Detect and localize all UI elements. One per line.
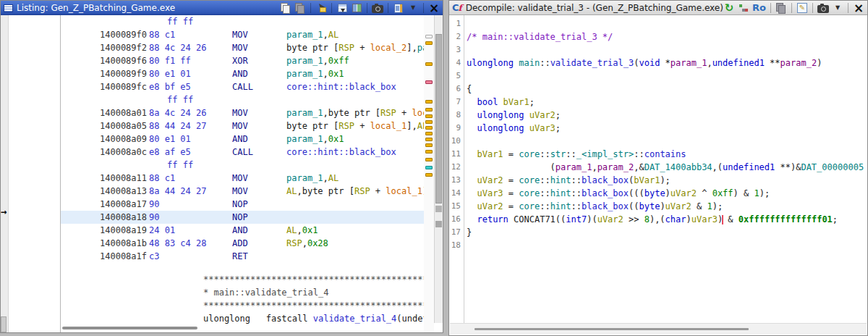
function-signature-line[interactable]: ulonglong fastcall validate_trial_4(unde… (203, 312, 424, 325)
copy-icon[interactable] (775, 2, 787, 14)
snapshot-camera-icon[interactable] (817, 2, 829, 14)
decompile-line[interactable]: 2/* main::validate_trial_3 */ (450, 30, 867, 43)
toolbar-separator (791, 3, 792, 13)
rename-ro-icon[interactable]: Ro (752, 2, 766, 14)
snapshot-camera-icon[interactable] (372, 2, 383, 14)
scroll-marker-yellow[interactable] (425, 158, 433, 161)
code-text: ulonglong uVar2; (467, 109, 561, 122)
decompile-line[interactable]: 9 ulonglong uVar3; (450, 122, 867, 135)
bytes-field: c3 (149, 250, 159, 263)
address-field: 140008a09 (100, 133, 147, 146)
call-graph-icon[interactable] (738, 2, 749, 14)
toolbar-separator (388, 3, 388, 13)
menu-arrow-icon[interactable]: ▼ (832, 2, 843, 14)
decompile-line[interactable]: 4ulonglong main::validate_trial_3(void *… (450, 56, 867, 70)
listing-row[interactable]: 140008a0980 e1 01ANDparam_1,0x1 (61, 133, 430, 146)
listing-row[interactable]: 140008a1fc3RET (61, 250, 430, 263)
scroll-marker-white[interactable] (425, 35, 433, 38)
scroll-marker-yellow[interactable] (425, 62, 433, 66)
refresh-icon[interactable]: ↻ (723, 2, 735, 14)
mnemonic-field: ADD (232, 237, 248, 250)
listing-row[interactable]: 140008a1188 c1MOVparam_1,AL (61, 172, 430, 185)
scroll-marker-yellow[interactable] (425, 100, 433, 104)
code-text: { (467, 83, 472, 96)
code-text: bool bVar1; (467, 96, 535, 109)
operands-field: param_1,AL (286, 172, 339, 185)
listing-continuation-row[interactable]: ff ff (61, 15, 430, 28)
edit-pencil-icon[interactable]: ✎ (796, 2, 808, 14)
address-field: 1400089f2 (100, 41, 147, 54)
listing-format-icon[interactable] (393, 2, 404, 14)
decompile-line[interactable]: 6{ (450, 83, 867, 96)
listing-row[interactable]: 1400089f288 4c 24 26MOVbyte ptr [RSP + l… (61, 41, 430, 54)
listing-row[interactable]: 140008a018a 4c 24 26MOVparam_1,byte ptr … (61, 106, 430, 119)
decompile-line[interactable]: 14 uVar3 = core::hint::black_box(((byte)… (450, 187, 867, 200)
listing-row[interactable]: 140008a1b48 83 c4 28ADDRSP,0x28 (61, 237, 430, 250)
listing-row[interactable]: 1400089f980 e1 01ANDparam_1,0x1 (61, 67, 430, 80)
listing-row[interactable]: 140008a138a 44 24 27MOVAL,byte ptr [RSP … (61, 185, 430, 198)
decompile-line[interactable]: 16 return CONCAT71((int7)(uVar2 >> 8),(c… (450, 213, 867, 226)
scroll-marker-yellow[interactable] (425, 114, 433, 118)
table-down-icon[interactable] (336, 2, 348, 14)
horizontal-scroll-thumb[interactable] (475, 328, 749, 330)
scroll-marker-yellow[interactable] (425, 108, 433, 112)
listing-vertical-scrollbar[interactable] (434, 15, 443, 323)
listing-row[interactable]: 140008a0588 44 24 27MOVbyte ptr [RSP + l… (61, 119, 430, 133)
scroll-marker-yellow[interactable] (425, 132, 433, 135)
decompile-horizontal-scrollbar[interactable] (450, 323, 867, 335)
scroll-marker-yellow[interactable] (425, 126, 433, 130)
scroll-marker-cyan[interactable] (425, 166, 433, 169)
scroll-marker-yellow[interactable] (425, 143, 433, 147)
diff-view-icon[interactable] (351, 2, 362, 14)
decompile-line[interactable]: 15 uVar2 = core::hint::black_box((byte)u… (450, 200, 867, 213)
listing-row[interactable]: 1400089fce8 bf e5CALLcore::hint::black_b… (61, 80, 430, 93)
listing-row[interactable]: 140008a1790NOP (61, 198, 430, 211)
listing-doc-icon (4, 4, 13, 12)
decompile-line[interactable]: 13 uVar2 = core::hint::black_box(bVar1); (450, 174, 867, 187)
decompile-line[interactable]: 3 (450, 43, 867, 56)
listing-row[interactable]: 1400089f680 f1 ffXORparam_1,0xff (61, 54, 430, 67)
decompile-line[interactable]: 18 (450, 239, 867, 252)
line-number: 10 (450, 135, 461, 148)
decompile-line[interactable]: 10 (450, 135, 867, 148)
line-number: 18 (450, 239, 461, 252)
code-text: ulonglong main::validate_trial_3(void *p… (467, 56, 822, 70)
bytes-field: 48 83 c4 28 (149, 237, 206, 250)
decompiler-cf-icon: Cf (452, 2, 462, 13)
close-icon[interactable]: × (428, 2, 440, 14)
listing-continuation-row[interactable]: ff ff (61, 93, 430, 106)
decompile-titlebar[interactable]: Cf Decompile: validate_trial_3 - (Gen_Z_… (449, 1, 867, 15)
decompile-line[interactable]: 17} (450, 226, 867, 239)
mnemonic-field: MOV (232, 41, 248, 54)
scroll-marker-yellow[interactable] (425, 138, 433, 141)
decompile-line[interactable]: 11 bVar1 = core::str::_<impl_str>::conta… (450, 148, 867, 161)
operands-field: param_1,byte ptr [RSP + loc (286, 106, 427, 119)
listing-continuation-row[interactable]: ff ff (61, 159, 430, 172)
decompile-line[interactable]: 8 ulonglong uVar2; (450, 109, 867, 122)
vertical-scroll-thumb[interactable] (435, 34, 442, 203)
bytes-field: 8a 4c 24 26 (149, 106, 206, 119)
paste-icon[interactable] (294, 2, 306, 14)
scroll-marker-yellow[interactable] (425, 173, 433, 177)
listing-titlebar[interactable]: Listing: Gen_Z_PBatching_Game.exe ▼ × (1, 1, 443, 15)
listing-horizontal-scrollbar[interactable] (62, 327, 197, 329)
copy-icon[interactable] (280, 2, 292, 14)
cursor-select-icon[interactable] (315, 2, 327, 14)
decompile-line[interactable]: 7 bool bVar1; (450, 96, 867, 109)
bytes-field: 90 (149, 198, 159, 211)
line-number: 8 (450, 109, 461, 122)
scroll-marker-pink[interactable] (425, 80, 433, 84)
decompile-line[interactable]: 12 (param_1,param_2,&DAT_1400abb34,(unde… (450, 161, 867, 174)
decompile-line[interactable]: 5 (450, 70, 867, 83)
listing-row[interactable]: 1400089f088 c1MOVparam_1,AL (61, 28, 430, 41)
decompile-line[interactable]: 1 (450, 17, 867, 30)
close-icon[interactable]: × (853, 2, 864, 14)
scroll-marker-yellow[interactable] (425, 120, 433, 124)
listing-row[interactable]: 140008a0ce8 af e5CALLcore::hint::black_b… (61, 146, 430, 159)
listing-row[interactable]: 140008a1924 01ANDAL,0x1 (61, 224, 430, 237)
bytes-field: 90 (149, 211, 159, 224)
menu-arrow-icon[interactable]: ▼ (407, 2, 419, 14)
scroll-marker-yellow[interactable] (425, 41, 433, 45)
listing-row[interactable]: 140008a1890NOP (61, 211, 430, 224)
scroll-marker-yellow[interactable] (425, 150, 433, 154)
